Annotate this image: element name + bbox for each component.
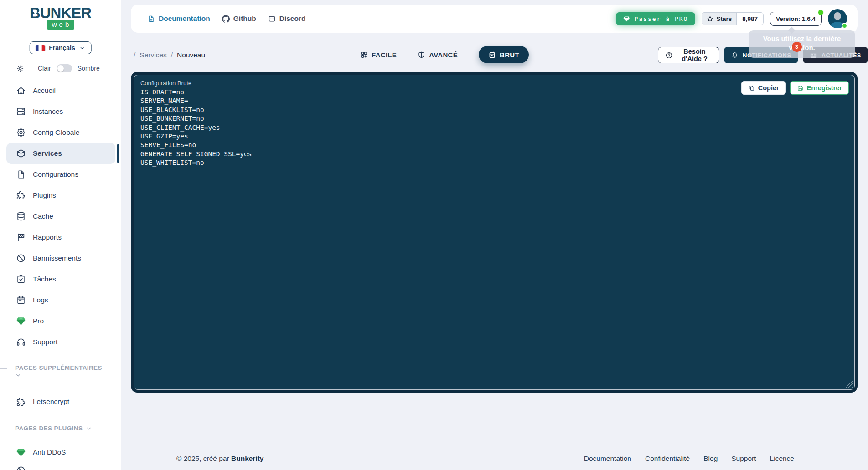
- editor-buttons: Copier Enregistrer: [741, 81, 849, 95]
- documentation-link[interactable]: Documentation: [147, 15, 210, 23]
- top-header: Documentation Github Discord Passer à PR…: [131, 5, 858, 33]
- footer-link-blog[interactable]: Blog: [703, 455, 718, 463]
- logo-bunker-text: BUNKER: [30, 5, 91, 21]
- version-button[interactable]: Version: 1.6.4: [770, 12, 822, 26]
- footer-link-support[interactable]: Support: [731, 455, 756, 463]
- chevron-down-icon: [86, 425, 92, 432]
- sidebar-item-taches[interactable]: Tâches: [6, 269, 115, 290]
- sidebar-item-instances[interactable]: Instances: [6, 101, 115, 122]
- sidebar-nav: Accueil Instances Config Globale Service…: [0, 80, 121, 352]
- ban-icon: [16, 253, 26, 263]
- footer-copyright: © 2025, créé par Bunkerity: [176, 455, 264, 463]
- user-avatar[interactable]: [828, 9, 847, 28]
- keyhole-icon: [34, 10, 37, 14]
- sidebar-item-bannissements[interactable]: Bannissements: [6, 248, 115, 269]
- sun-icon: [16, 65, 24, 72]
- breadcrumb: / Services / Nouveau: [134, 51, 205, 59]
- headset-icon: [16, 337, 26, 347]
- footer-link-licence[interactable]: Licence: [770, 455, 794, 463]
- save-icon: [797, 85, 804, 92]
- plugin-pages-nav: Anti DDoS: [0, 442, 121, 463]
- help-button[interactable]: Besoin d'Aide ?: [658, 47, 719, 63]
- clipped-next-item-icon: [16, 465, 26, 470]
- cube-icon: [16, 148, 26, 158]
- breadcrumb-separator: /: [171, 51, 173, 59]
- resize-handle[interactable]: [845, 380, 852, 388]
- sidebar-item-config-globale[interactable]: Config Globale: [6, 122, 115, 143]
- section-divider: [0, 368, 7, 369]
- question-icon: [665, 51, 673, 59]
- discord-link[interactable]: Discord: [268, 15, 306, 23]
- bunkerity-link[interactable]: Bunkerity: [231, 455, 264, 462]
- copy-button[interactable]: Copier: [741, 81, 786, 95]
- star-icon: [707, 15, 713, 22]
- theme-switcher: Clair Sombre: [0, 64, 121, 72]
- config-textarea[interactable]: Configuration Brute IS_DRAFT=noSERVER_NA…: [134, 75, 855, 390]
- language-selector[interactable]: Français: [29, 41, 92, 54]
- extra-pages-nav: Letsencrypt: [0, 391, 121, 412]
- header-right-group: Passer à PRO Stars 8,987 Version: 1.6.4: [616, 9, 847, 28]
- sidebar-item-letsencrypt[interactable]: Letsencrypt: [6, 391, 115, 412]
- external-links: Documentation Github Discord: [147, 15, 305, 23]
- breadcrumb-current: Nouveau: [177, 51, 205, 59]
- sidebar-item-pro[interactable]: Pro: [6, 311, 115, 332]
- footer-links: Documentation Confidentialité Blog Suppo…: [584, 455, 794, 463]
- language-label: Français: [49, 44, 75, 51]
- section-pages-supplementaires: PAGES SUPPLÉMENTAIRES: [0, 364, 121, 378]
- theme-light-label: Clair: [38, 65, 51, 72]
- update-status-dot: [818, 10, 824, 15]
- github-stars-widget[interactable]: Stars 8,987: [702, 12, 764, 25]
- french-flag-icon: [36, 45, 45, 51]
- upgrade-pro-button[interactable]: Passer à PRO: [616, 12, 695, 25]
- sidebar-item-logs[interactable]: Logs: [6, 290, 115, 311]
- mode-brut-button[interactable]: BRUT: [479, 46, 529, 63]
- app-logo[interactable]: BUNKER web: [0, 5, 121, 30]
- footer-link-documentation[interactable]: Documentation: [584, 455, 631, 463]
- sidebar-item-cache[interactable]: Cache: [6, 206, 115, 227]
- stars-label: Stars: [702, 13, 737, 25]
- file-text-icon: [147, 15, 155, 23]
- file-icon: [16, 169, 26, 179]
- sidebar-item-anti-ddos[interactable]: Anti DDoS: [6, 442, 115, 463]
- online-status-dot: [842, 23, 847, 29]
- sidebar-item-services[interactable]: Services: [6, 143, 115, 164]
- version-tooltip: Vous utilisez la dernière version.: [749, 30, 855, 58]
- puzzle-icon: [16, 190, 26, 200]
- diamond-icon: [16, 316, 26, 326]
- sidebar: BUNKER web Français Clair Sombre Accueil…: [0, 0, 121, 470]
- bell-icon: [731, 51, 739, 59]
- puzzle-icon: [16, 397, 26, 407]
- section-title-pages-des-plugins[interactable]: PAGES DES PLUGINS: [15, 425, 109, 432]
- breadcrumb-separator: /: [134, 51, 135, 59]
- theme-dark-label: Sombre: [78, 65, 100, 72]
- servers-icon: [16, 107, 26, 117]
- calendar-icon: [16, 295, 26, 305]
- mode-avance-button[interactable]: AVANCÉ: [418, 51, 458, 59]
- theme-toggle[interactable]: [57, 64, 72, 72]
- grid-plus-icon: [360, 51, 368, 59]
- breadcrumb-services[interactable]: Services: [140, 51, 166, 59]
- sidebar-item-configurations[interactable]: Configurations: [6, 164, 115, 185]
- github-link[interactable]: Github: [222, 15, 256, 23]
- copy-icon: [748, 85, 755, 92]
- sidebar-item-accueil[interactable]: Accueil: [6, 80, 115, 101]
- mode-facile-button[interactable]: FACILE: [360, 51, 397, 59]
- config-code: IS_DRAFT=noSERVER_NAME=USE_BLACKLIST=noU…: [140, 88, 848, 168]
- sidebar-item-plugins[interactable]: Plugins: [6, 185, 115, 206]
- mode-switcher: FACILE AVANCÉ BRUT: [360, 46, 529, 63]
- footer-link-confidentialite[interactable]: Confidentialité: [645, 455, 690, 463]
- stars-count: 8,987: [737, 13, 763, 25]
- clipboard-icon: [488, 51, 496, 59]
- sidebar-item-support[interactable]: Support: [6, 332, 115, 352]
- notifications-badge: 3: [792, 42, 802, 52]
- section-title-pages-supplementaires[interactable]: PAGES SUPPLÉMENTAIRES: [15, 364, 109, 378]
- sidebar-item-rapports[interactable]: Rapports: [6, 227, 115, 248]
- home-icon: [16, 86, 26, 96]
- chevron-down-icon: [15, 372, 21, 378]
- shield-icon: [418, 51, 425, 59]
- flag-icon: [16, 232, 26, 242]
- github-icon: [222, 15, 230, 23]
- raw-config-editor: Configuration Brute IS_DRAFT=noSERVER_NA…: [131, 72, 858, 393]
- save-button[interactable]: Enregistrer: [790, 81, 849, 95]
- diamond-icon: [16, 447, 26, 457]
